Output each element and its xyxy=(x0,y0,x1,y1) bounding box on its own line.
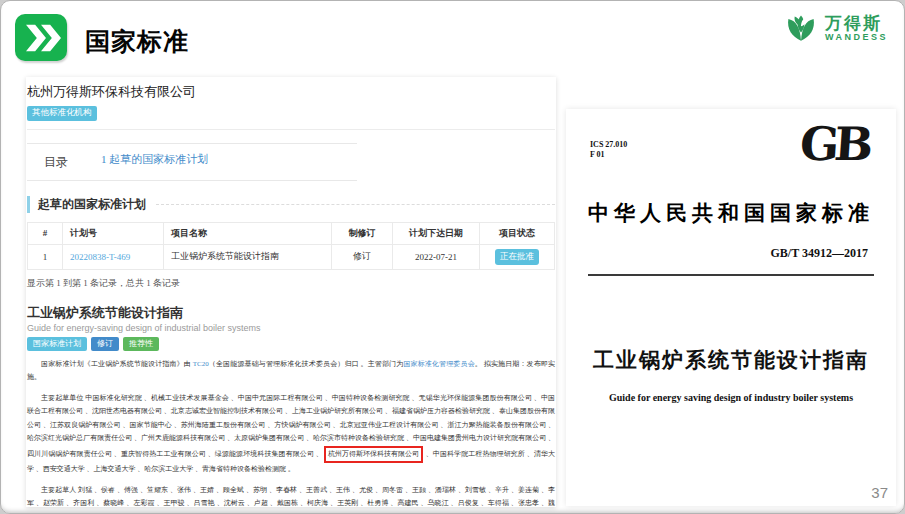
toc-box: 目录 1 起草的国家标准计划 xyxy=(27,143,357,181)
p1-text: （全国能源基础与管理标准化技术委员会）归口 。主管部门为 xyxy=(209,360,404,368)
ics-number: ICS 27.010 xyxy=(590,140,627,150)
p3-text: 主要起草人 刘猛 、侯睿 、傅强 、笪耀东 、张伟 、王婧 、顾全斌 、苏明 、… xyxy=(27,486,555,514)
p1-text: 国家标准计划《工业锅炉系统节能设计指南》由 xyxy=(41,360,193,368)
standard-tags: 国家标准计划 修订 推荐性 xyxy=(27,337,555,351)
section-title: 起草的国家标准计划 xyxy=(27,196,146,213)
cover-title-cn: 工业锅炉系统节能设计指南 xyxy=(566,346,896,374)
page-number: 37 xyxy=(871,484,888,501)
paragraph-drafters: 主要起草人 刘猛 、侯睿 、傅强 、笪耀东 、张伟 、王婧 、顾全斌 、苏明 、… xyxy=(27,484,555,514)
plan-number-link[interactable]: 20220838-T-469 xyxy=(70,252,130,262)
table-header-row: # 计划号 项目名称 制修订 计划下达日期 项目状态 xyxy=(28,222,555,244)
classification-code: F 01 xyxy=(590,150,627,160)
slide: 国家标准 万得斯 WANDESS 杭州万得斯环保科技有限公司 其他标准化机构 目… xyxy=(0,0,905,514)
divider xyxy=(27,129,555,130)
brand-name-cn: 万得斯 xyxy=(825,15,888,33)
cover-heading: 中华人民共和国国家标准 xyxy=(566,199,896,227)
standard-cover: ICS 27.010 F 01 GB 中华人民共和国国家标准 GB/T 3491… xyxy=(566,109,896,506)
tag-recommended: 推荐性 xyxy=(123,337,159,351)
col-plan-no: 计划号 xyxy=(63,222,164,244)
sac-link[interactable]: 国家标准化管理委员会 xyxy=(403,360,474,368)
tag-national-plan: 国家标准计划 xyxy=(27,337,87,351)
gb-logo: GB xyxy=(798,117,870,171)
standard-number: GB/T 34912—2017 xyxy=(771,246,868,261)
webpage-screenshot: 杭州万得斯环保科技有限公司 其他标准化机构 目录 1 起草的国家标准计划 起草的… xyxy=(26,77,556,507)
col-index: # xyxy=(28,222,63,244)
company-name: 杭州万得斯环保科技有限公司 xyxy=(27,83,555,101)
p2-text: 主要起草单位 中国标准化研究院 、机械工业技术发展基金会 、中国中元国际工程有限… xyxy=(27,394,555,458)
cell-issue-date: 2022-07-21 xyxy=(393,244,480,269)
brand-name-en: WANDESS xyxy=(825,33,888,42)
paragraph-plan-info: 国家标准计划《工业锅炉系统节能设计指南》由 TC20（全国能源基础与管理标准化技… xyxy=(27,358,555,385)
toc-label: 目录 xyxy=(27,144,85,180)
tag-revision: 修订 xyxy=(91,337,119,351)
standard-title-cn: 工业锅炉系统节能设计指南 xyxy=(27,304,555,322)
wandess-leaf-icon xyxy=(783,11,819,47)
cell-index: 1 xyxy=(28,244,63,269)
cell-revision-type: 修订 xyxy=(332,244,393,269)
cell-project-name: 工业锅炉系统节能设计指南 xyxy=(164,244,332,269)
col-status: 项目状态 xyxy=(480,222,555,244)
company-type-badge: 其他标准化机构 xyxy=(27,106,97,121)
highlight-box-company: 杭州万得斯环保科技有限公司 xyxy=(324,446,423,464)
ics-code: ICS 27.010 F 01 xyxy=(590,140,627,160)
pagination-summary: 显示第 1 到第 1 条记录，总共 1 条记录 xyxy=(27,277,555,290)
col-issue-date: 计划下达日期 xyxy=(393,222,480,244)
paragraph-drafting-units: 主要起草单位 中国标准化研究院 、机械工业技术发展基金会 、中国中元国际工程有限… xyxy=(27,392,555,477)
standard-plan-table: # 计划号 项目名称 制修订 计划下达日期 项目状态 1 20220838-T-… xyxy=(27,222,555,270)
standard-title-en: Guide for energy-saving design of indust… xyxy=(27,323,555,333)
cover-rule xyxy=(588,274,874,276)
col-project-name: 项目名称 xyxy=(164,222,332,244)
page-title: 国家标准 xyxy=(85,25,189,58)
toc-link[interactable]: 1 起草的国家标准计划 xyxy=(85,144,357,180)
cover-title-en: Guide for energy saving design of indust… xyxy=(566,392,896,403)
brand-logo: 万得斯 WANDESS xyxy=(783,11,888,47)
col-revision-type: 制修订 xyxy=(332,222,393,244)
tc20-link[interactable]: TC20 xyxy=(193,360,209,368)
table-row: 1 20220838-T-469 工业锅炉系统节能设计指南 修订 2022-07… xyxy=(28,244,555,269)
section-divider xyxy=(156,204,555,205)
section-header: 起草的国家标准计划 xyxy=(27,196,555,213)
double-chevron-icon xyxy=(15,14,67,61)
status-badge: 正在批准 xyxy=(495,249,539,265)
